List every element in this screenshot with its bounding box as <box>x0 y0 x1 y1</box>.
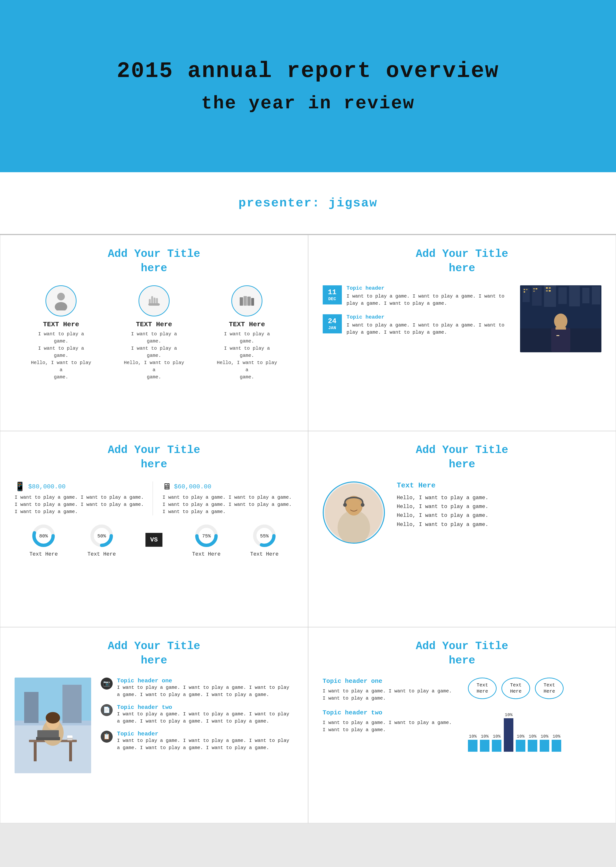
slide-5-topic-3-text: I want to play a game. I want to play a … <box>117 737 294 751</box>
slide-6-left: Topic header one I want to play a game. … <box>323 678 456 757</box>
slide-1-icons-row: TEXT Here I want to play a game.I want t… <box>14 285 294 381</box>
svg-point-50 <box>343 503 347 507</box>
slide-3: Add Your Titlehere 📱 $80,000.00 I want t… <box>0 431 308 627</box>
slide-6: Add Your Titlehere Topic header one I wa… <box>308 627 616 823</box>
slide-1-text-3: I want to play a game.I want to play a g… <box>216 331 278 381</box>
timeline-day-2: 24 <box>328 317 336 325</box>
svg-rect-7 <box>240 297 243 306</box>
donut-label-1: Text Here <box>30 551 58 557</box>
svg-rect-31 <box>551 328 570 352</box>
svg-rect-58 <box>34 742 36 761</box>
svg-rect-20 <box>524 289 525 290</box>
svg-point-51 <box>361 503 365 507</box>
slide-1-item-2: TEXT Here I want to play a game.I want t… <box>123 285 185 381</box>
donut-chart-4: 55% <box>251 523 278 549</box>
bar-group-7: 10% <box>540 734 549 752</box>
slide-3-desc-right: I want to play a game. I want to play a … <box>162 494 293 515</box>
slide-4-text-header: Text Here <box>397 481 602 490</box>
svg-rect-21 <box>526 289 528 290</box>
text-bubble-row: TextHere TextHere TextHere <box>468 678 602 699</box>
slide-5-topic-1-text: I want to play a game. I want to play a … <box>117 684 294 698</box>
slide-4-circle <box>323 481 385 543</box>
timeline-month-2: JAN <box>328 325 336 331</box>
timeline-text-1: I want to play a game. I want to play a … <box>347 293 511 307</box>
slide-1-circle-1 <box>46 285 77 316</box>
slide-5-topic-2-row: 📄 Topic header two I want to play a game… <box>101 704 294 725</box>
timeline-month-1: DEC <box>328 297 336 302</box>
donut-label-3: Text Here <box>192 551 220 557</box>
svg-point-62 <box>46 712 60 724</box>
page: 2015 annual report overview the year in … <box>0 0 616 823</box>
slide-6-topic-1-header: Topic header one <box>323 678 456 685</box>
donut-1: 80% Text Here <box>30 523 58 557</box>
svg-text:80%: 80% <box>39 533 48 539</box>
svg-point-1 <box>55 302 67 311</box>
slide-3-amount-right: $60,000.00 <box>174 483 211 490</box>
slide-5-topic-3-row: 📋 Topic header I want to play a game. I … <box>101 731 294 751</box>
slide-1-circle-2 <box>138 285 170 316</box>
bar-4 <box>504 718 513 752</box>
timeline-date-1: 11 DEC <box>323 285 342 305</box>
slide-5-topic-3: Topic header I want to play a game. I wa… <box>117 731 294 751</box>
timeline-text-2: I want to play a game. I want to play a … <box>347 322 511 336</box>
slide-1-text-2: I want to play a game.I want to play a g… <box>123 331 185 381</box>
donut-label-4: Text Here <box>250 551 279 557</box>
svg-rect-63 <box>36 737 60 740</box>
bar-6 <box>528 740 537 752</box>
hero-title: 2015 annual report overview <box>117 59 499 84</box>
slide-3-desc-left: I want to play a game. I want to play a … <box>14 494 145 515</box>
slide-4: Add Your Titlehere <box>308 431 616 627</box>
slide-5: Add Your Titlehere <box>0 627 308 823</box>
svg-rect-32 <box>555 327 566 330</box>
slide-2-image <box>520 285 602 352</box>
svg-rect-26 <box>546 287 548 289</box>
donut-3: 75% Text Here <box>192 523 220 557</box>
donut-chart-1: 80% <box>30 523 57 549</box>
timeline-header-2: Topic header <box>347 314 511 320</box>
svg-rect-25 <box>533 291 535 292</box>
bar-2 <box>480 740 489 752</box>
timeline-date-2: 24 JAN <box>323 314 342 333</box>
slide-3-col-left: 📱 $80,000.00 I want to play a game. I wa… <box>14 481 153 515</box>
slide-2: Add Your Titlehere 11 DEC Topic header I… <box>308 235 616 431</box>
svg-rect-10 <box>251 298 254 306</box>
svg-rect-22 <box>524 291 525 292</box>
slide-5-topics: 📷 Topic header one I want to play a game… <box>101 678 294 773</box>
slide-3-circles-row: 80% Text Here 50% Text Here VS <box>14 523 294 557</box>
woman-sitting-image <box>14 678 91 773</box>
text-bubble-3: TextHere <box>535 678 564 699</box>
slide-6-right: TextHere TextHere TextHere 10% 10% <box>468 678 602 757</box>
slide-5-image <box>14 678 91 773</box>
slide-5-topic-3-label: Topic header <box>117 731 294 737</box>
slide-1-label-1: TEXT Here <box>43 321 79 328</box>
slide-1-item-1: TEXT Here I want to play a game.I want t… <box>30 285 92 381</box>
timeline-day-1: 11 <box>328 288 336 297</box>
slide-2-title: Add Your Titlehere <box>323 247 602 276</box>
slide-5-topic-1-row: 📷 Topic header one I want to play a game… <box>101 678 294 698</box>
bar-8 <box>552 740 561 752</box>
slide-1-label-3: TEXT Here <box>229 321 265 328</box>
slide-1-item-3: TEXT Here I want to play a game.I want t… <box>216 285 278 381</box>
svg-rect-24 <box>536 288 537 289</box>
slide-1-circle-3 <box>231 285 262 316</box>
bar-group-5: 10% <box>516 734 525 752</box>
bar-pct-8: 10% <box>553 734 560 739</box>
hero-section: 2015 annual report overview the year in … <box>0 0 616 172</box>
bar-3 <box>492 740 501 752</box>
svg-rect-19 <box>592 286 600 305</box>
slide-3-device-left: 📱 $80,000.00 <box>14 481 145 492</box>
slide-1-text-1: I want to play a game.I want to play a g… <box>30 331 92 381</box>
timeline-item-1: 11 DEC Topic header I want to play a gam… <box>323 285 511 307</box>
slide-5-topic-2: Topic header two I want to play a game. … <box>117 704 294 725</box>
bar-7 <box>540 740 549 752</box>
donut-2: 50% Text Here <box>88 523 116 557</box>
presenter-section: presenter: jigsaw <box>0 172 616 234</box>
slide-3-device-right: 🖥 $60,000.00 <box>162 481 293 492</box>
slide-5-title: Add Your Titlehere <box>14 639 294 668</box>
slide-4-content: Text Here Hello, I want to play a game.H… <box>323 481 602 543</box>
bar-pct-6: 10% <box>529 734 536 739</box>
slide-1: Add Your Titlehere TEXT Here I want to p… <box>0 235 308 431</box>
slide-3-top: 📱 $80,000.00 I want to play a game. I wa… <box>14 481 294 515</box>
svg-text:50%: 50% <box>97 533 106 539</box>
timeline-body-2: Topic header I want to play a game. I wa… <box>347 314 511 336</box>
